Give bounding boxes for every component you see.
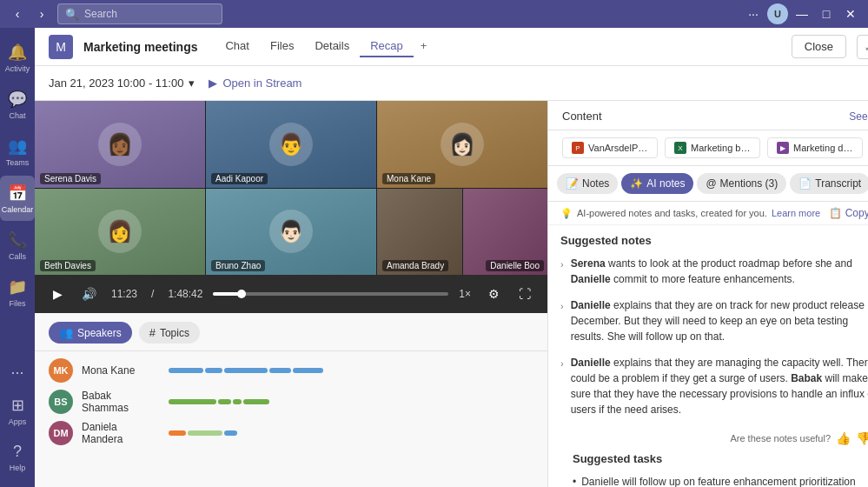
speaker-row-daniela: DM Daniela Mandera bbox=[49, 421, 533, 445]
bar-segment bbox=[293, 368, 323, 373]
add-tab-button[interactable]: + bbox=[414, 36, 434, 57]
more-apps-icon[interactable]: ··· bbox=[0, 358, 35, 386]
transcript-tab-label: Transcript bbox=[815, 177, 861, 190]
thumbs-down-button[interactable]: 👎 bbox=[856, 431, 868, 445]
file-chip-excel[interactable]: X Marketing budget... bbox=[665, 137, 760, 158]
note-item-2: › Danielle explains that they are managi… bbox=[560, 355, 868, 417]
video-icon: ▶ bbox=[777, 142, 789, 154]
participant-name-beth: Beth Davies bbox=[40, 260, 96, 271]
sidebar-item-files-label: Files bbox=[9, 299, 25, 308]
bar-segment bbox=[224, 430, 237, 436]
notes-tab-notes[interactable]: 📝 Notes bbox=[557, 173, 618, 194]
notes-tab-ai[interactable]: ✨ AI notes bbox=[621, 173, 693, 194]
sidebar-item-activity[interactable]: 🔔 Activity bbox=[0, 35, 35, 80]
sidebar-item-apps[interactable]: ⊞ Apps bbox=[0, 388, 35, 433]
note-item-0: › Serena wants to look at the product ro… bbox=[560, 256, 868, 287]
menu-dots-button[interactable]: ··· bbox=[743, 3, 764, 24]
play-button[interactable]: ▶ bbox=[45, 282, 70, 306]
chevron-icon-1: › bbox=[560, 299, 564, 344]
speakers-topics-tabs: 👥 Speakers # Topics bbox=[35, 313, 547, 351]
chevron-down-icon: ▾ bbox=[189, 77, 195, 90]
participant-name-amanda: Amanda Brady bbox=[382, 260, 448, 271]
progress-bar[interactable] bbox=[213, 292, 448, 296]
avatar[interactable]: U bbox=[767, 3, 788, 24]
learn-more-link[interactable]: Learn more bbox=[772, 208, 820, 218]
note-item-1: › Danielle explains that they are on tra… bbox=[560, 297, 868, 344]
tab-recap[interactable]: Recap bbox=[360, 36, 414, 57]
close-button[interactable]: Close bbox=[792, 35, 846, 58]
copy-all-button[interactable]: 📋 Copy all bbox=[829, 207, 868, 219]
bar-segment bbox=[218, 399, 231, 404]
close-window-button[interactable]: ✕ bbox=[840, 3, 861, 24]
sidebar-item-calendar[interactable]: 📅 Calendar bbox=[0, 176, 35, 221]
date-selector[interactable]: Jan 21, 2023 10:00 - 11:00 ▾ bbox=[49, 77, 195, 90]
teams-icon: 👥 bbox=[8, 137, 27, 156]
search-bar[interactable]: 🔍 bbox=[57, 3, 222, 24]
sidebar-item-files[interactable]: 📁 Files bbox=[0, 270, 35, 315]
app-layout: 🔔 Activity 💬 Chat 👥 Teams 📅 Calendar 📞 C… bbox=[0, 28, 868, 487]
meeting-icon: M bbox=[49, 35, 73, 59]
notes-tab-transcript[interactable]: 📄 Transcript bbox=[790, 173, 868, 194]
participant-name-mona: Mona Kane bbox=[382, 173, 435, 184]
search-input[interactable] bbox=[84, 8, 215, 20]
speakers-section: 👥 Speakers # Topics MK Mona Kane bbox=[35, 313, 547, 487]
progress-dot bbox=[237, 290, 246, 298]
sidebar-item-calendar-label: Calendar bbox=[2, 205, 34, 214]
content-area: 👩🏾 Serena Davis 👨 Aadi Kapoor bbox=[35, 101, 868, 487]
content-files: P VanArsdelPitchDe... X Marketing budget… bbox=[548, 130, 868, 166]
file-chip-ppt[interactable]: P VanArsdelPitchDe... bbox=[562, 137, 658, 158]
apps-icon: ⊞ bbox=[11, 396, 24, 415]
sidebar-item-calls[interactable]: 📞 Calls bbox=[0, 223, 35, 268]
see-all-button[interactable]: See all bbox=[849, 110, 868, 123]
settings-button[interactable]: ⚙ bbox=[481, 282, 506, 306]
thumbs-up-button[interactable]: 👍 bbox=[836, 431, 851, 445]
nav-forward-button[interactable]: › bbox=[31, 3, 52, 24]
ppt-icon: P bbox=[572, 142, 584, 154]
bar-segment bbox=[224, 368, 268, 373]
bar-segment bbox=[169, 430, 186, 436]
video-controls: ▶ 🔊 11:23 / 1:48:42 1× ⚙ ⛶ bbox=[35, 275, 547, 313]
tab-details[interactable]: Details bbox=[304, 36, 360, 57]
ai-info-bar: 💡 AI-powered notes and tasks, created fo… bbox=[548, 202, 868, 225]
excel-icon: X bbox=[674, 142, 686, 154]
notes-tab-mentions[interactable]: @ Mentions (3) bbox=[697, 173, 786, 194]
sidebar-item-activity-label: Activity bbox=[5, 64, 30, 73]
video-cell-mona: 👩🏻 Mona Kane bbox=[377, 101, 547, 188]
open-in-stream-button[interactable]: ▶ Open in Stream bbox=[209, 77, 301, 90]
speaker-bars-babak bbox=[169, 399, 533, 404]
speakers-tab[interactable]: 👥 Speakers bbox=[49, 322, 132, 344]
files-icon: 📁 bbox=[8, 277, 27, 297]
tab-chat[interactable]: Chat bbox=[215, 36, 259, 57]
speaker-bars-daniela bbox=[169, 430, 533, 436]
bar-segment bbox=[269, 368, 291, 373]
volume-button[interactable]: 🔊 bbox=[76, 282, 101, 306]
maximize-button[interactable]: □ bbox=[816, 3, 837, 24]
chat-icon: 💬 bbox=[8, 90, 27, 109]
minimize-button[interactable]: — bbox=[792, 3, 812, 24]
file-chip-video[interactable]: ▶ Marketing demo... bbox=[767, 137, 863, 158]
notes-icon: 📝 bbox=[566, 177, 579, 190]
search-icon: 🔍 bbox=[65, 8, 79, 21]
speaker-bars-mona bbox=[169, 368, 533, 373]
topics-tab-icon: # bbox=[149, 326, 156, 339]
sidebar-item-chat-label: Chat bbox=[9, 111, 25, 120]
sidebar-item-help[interactable]: ? Help bbox=[0, 435, 35, 480]
video-cell-bruno: 👨🏻 Bruno Zhao bbox=[206, 189, 376, 276]
avatar-babak: BS bbox=[49, 390, 73, 414]
sidebar-item-teams[interactable]: 👥 Teams bbox=[0, 129, 35, 174]
avatar-daniela: DM bbox=[49, 421, 73, 445]
topics-tab-label: Topics bbox=[160, 327, 189, 339]
time-current: 11:23 bbox=[111, 288, 137, 300]
fullscreen-button[interactable]: ⛶ bbox=[513, 282, 537, 306]
task-text-0: Danielle will follow up on feature enhan… bbox=[581, 474, 868, 487]
note-text-0: Serena wants to look at the product road… bbox=[571, 256, 868, 287]
nav-back-button[interactable]: ‹ bbox=[7, 3, 28, 24]
date-text: Jan 21, 2023 10:00 - 11:00 bbox=[49, 77, 183, 90]
expand-icon[interactable]: ⤢ bbox=[857, 35, 868, 59]
sidebar-item-chat[interactable]: 💬 Chat bbox=[0, 82, 35, 127]
topics-tab[interactable]: # Topics bbox=[139, 322, 200, 344]
nav-buttons: ‹ › bbox=[7, 3, 52, 24]
ai-notes-icon: ✨ bbox=[630, 177, 643, 190]
title-bar: ‹ › 🔍 ··· U — □ ✕ bbox=[0, 0, 868, 28]
tab-files[interactable]: Files bbox=[260, 36, 304, 57]
